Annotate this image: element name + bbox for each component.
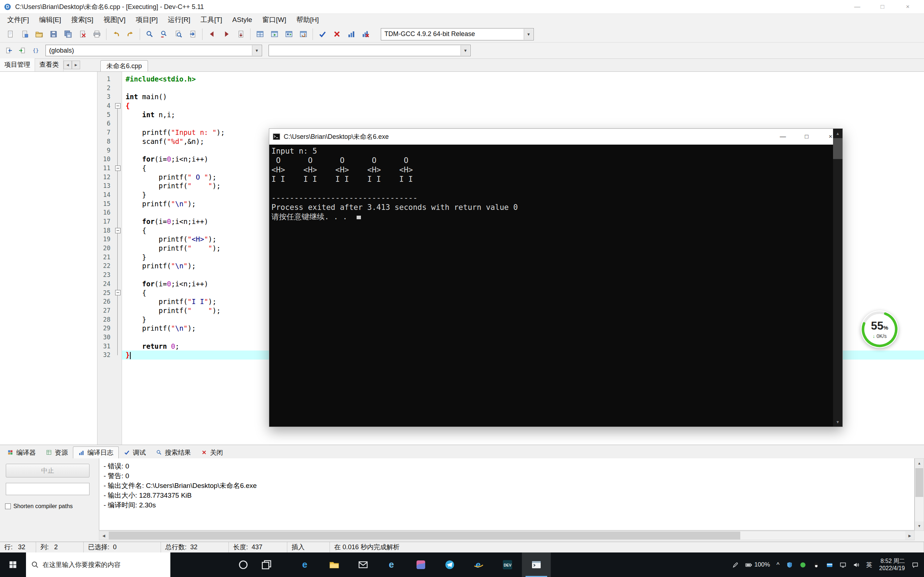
replace-button[interactable]: [157, 27, 171, 41]
debug-button[interactable]: [315, 27, 330, 41]
taskbar-app-edge-beta[interactable]: e: [378, 553, 406, 577]
task-view-button[interactable]: [255, 553, 278, 577]
log-vscrollbar-thumb[interactable]: [915, 468, 923, 497]
scroll-down-arrow-icon[interactable]: ▼: [915, 521, 924, 530]
antivirus-tray-icon[interactable]: [796, 553, 809, 577]
scroll-right-arrow-icon[interactable]: ▶: [905, 531, 914, 540]
rebuild-button[interactable]: [296, 27, 310, 41]
scroll-left-arrow-icon[interactable]: ◀: [99, 531, 108, 540]
globals-scope-select[interactable]: (globals) ▼: [45, 45, 262, 56]
tab-class-view[interactable]: 查看类: [35, 58, 63, 71]
fold-toggle[interactable]: [113, 164, 122, 173]
network-tray-icon[interactable]: [836, 553, 850, 577]
chevron-down-icon[interactable]: ▼: [252, 45, 261, 56]
save-button[interactable]: [46, 27, 61, 41]
find-button[interactable]: [142, 27, 157, 41]
window-close-button[interactable]: ×: [895, 0, 921, 14]
taskbar-app-telegram[interactable]: [435, 553, 464, 577]
goto-definition-button[interactable]: [16, 44, 28, 56]
menu-item[interactable]: 运行[R]: [163, 14, 195, 26]
console-scrollbar[interactable]: ▲ ▼: [833, 129, 842, 427]
window-maximize-button[interactable]: □: [870, 0, 895, 14]
redo-button[interactable]: [123, 27, 137, 41]
taskbar-search-input[interactable]: 在这里输入你要搜索的内容: [26, 553, 170, 577]
tab-scroll-left-button[interactable]: ◀: [63, 61, 72, 69]
console-scrollbar-thumb[interactable]: [833, 138, 842, 159]
profile-button[interactable]: [344, 27, 359, 41]
window-titlebar[interactable]: D C:\Users\Brian\Desktop\未命名6.cpp - [Exe…: [0, 0, 924, 14]
abort-compile-button[interactable]: 中止: [6, 464, 89, 477]
fold-collapse-icon[interactable]: [115, 166, 121, 171]
fold-toggle[interactable]: [113, 102, 122, 110]
tab-search-results[interactable]: 搜索结果: [151, 446, 196, 458]
scroll-up-arrow-icon[interactable]: ▲: [833, 129, 842, 138]
start-button[interactable]: [0, 553, 26, 577]
log-vertical-scrollbar[interactable]: ▲ ▼: [914, 458, 924, 531]
fold-collapse-icon[interactable]: [115, 228, 121, 233]
header-source-button[interactable]: [234, 27, 248, 41]
chevron-down-icon[interactable]: ▼: [524, 29, 533, 40]
tab-resources[interactable]: 资源: [41, 446, 73, 458]
action-center-button[interactable]: [908, 553, 922, 577]
menu-item[interactable]: 工具[T]: [195, 14, 227, 26]
taskbar-app-console-app[interactable]: [522, 553, 551, 577]
taskbar-app-edge[interactable]: e: [291, 553, 320, 577]
menu-item[interactable]: 项目[P]: [131, 14, 163, 26]
shorten-paths-checkbox[interactable]: [5, 503, 11, 509]
tab-compiler[interactable]: 编译器: [2, 446, 41, 458]
language-indicator[interactable]: 英: [863, 553, 876, 577]
close-file-button[interactable]: [75, 27, 89, 41]
menu-item[interactable]: 编辑[E]: [34, 14, 66, 26]
tab-scroll-right-button[interactable]: ▶: [72, 61, 80, 69]
window-minimize-button[interactable]: —: [845, 0, 870, 14]
cortana-button[interactable]: [232, 553, 255, 577]
forward-button[interactable]: [219, 27, 234, 41]
windows-ink-button[interactable]: [729, 553, 742, 577]
log-hscrollbar-thumb[interactable]: [109, 532, 740, 540]
taskbar-app-file-explorer[interactable]: [320, 553, 349, 577]
network-speed-widget[interactable]: 55% ↓ 0K/s: [861, 311, 898, 348]
open-button[interactable]: [32, 27, 46, 41]
project-manager-panel[interactable]: [0, 72, 97, 445]
taskbar-app-game[interactable]: [406, 553, 435, 577]
print-button[interactable]: [89, 27, 104, 41]
tab-close[interactable]: 关闭: [196, 446, 228, 458]
compile-run-button[interactable]: [281, 27, 296, 41]
goto-line-button[interactable]: [186, 27, 200, 41]
menu-item[interactable]: 帮助[H]: [291, 14, 324, 26]
hidden-icons-button[interactable]: ^: [773, 553, 782, 577]
shorten-paths-option[interactable]: Shorten compiler paths: [5, 503, 73, 509]
new-file-button[interactable]: [3, 27, 17, 41]
scroll-up-arrow-icon[interactable]: ▲: [915, 459, 924, 468]
menu-item[interactable]: 窗口[W]: [257, 14, 291, 26]
qq-tray-icon[interactable]: [809, 553, 823, 577]
tab-debug[interactable]: 调试: [119, 446, 151, 458]
fold-toggle[interactable]: [113, 226, 122, 235]
find-in-files-button[interactable]: [171, 27, 186, 41]
battery-status[interactable]: 100%: [742, 553, 773, 577]
defender-tray-icon[interactable]: [783, 553, 796, 577]
volume-tray-icon[interactable]: [850, 553, 863, 577]
console-titlebar[interactable]: C:\Users\Brian\Desktop\未命名6.exe — □ ×: [269, 129, 842, 145]
goto-declaration-button[interactable]: [3, 44, 15, 56]
menu-item[interactable]: AStyle: [228, 14, 257, 26]
profile-delete-button[interactable]: [359, 27, 373, 41]
scroll-down-arrow-icon[interactable]: ▼: [833, 417, 842, 427]
run-button[interactable]: [267, 27, 281, 41]
log-horizontal-scrollbar[interactable]: ◀ ▶: [99, 531, 914, 540]
back-button[interactable]: [205, 27, 219, 41]
undo-button[interactable]: [109, 27, 123, 41]
new-project-button[interactable]: [17, 27, 32, 41]
menu-item[interactable]: 视图[V]: [99, 14, 131, 26]
fold-collapse-icon[interactable]: [115, 103, 121, 108]
wallet-tray-icon[interactable]: [823, 553, 836, 577]
compile-button[interactable]: [253, 27, 267, 41]
tab-compile-log[interactable]: 编译日志: [73, 446, 119, 458]
menu-item[interactable]: 搜索[S]: [66, 14, 98, 26]
abort-button[interactable]: [330, 27, 344, 41]
members-select[interactable]: ▼: [268, 45, 471, 56]
console-maximize-button[interactable]: □: [795, 129, 819, 145]
taskbar-clock[interactable]: 8:52 周二 2022/4/19: [876, 558, 908, 572]
fold-collapse-icon[interactable]: [115, 290, 121, 295]
console-output[interactable]: Input n: 5 O O O O O<H> <H> <H> <H> <H>I…: [269, 145, 842, 427]
